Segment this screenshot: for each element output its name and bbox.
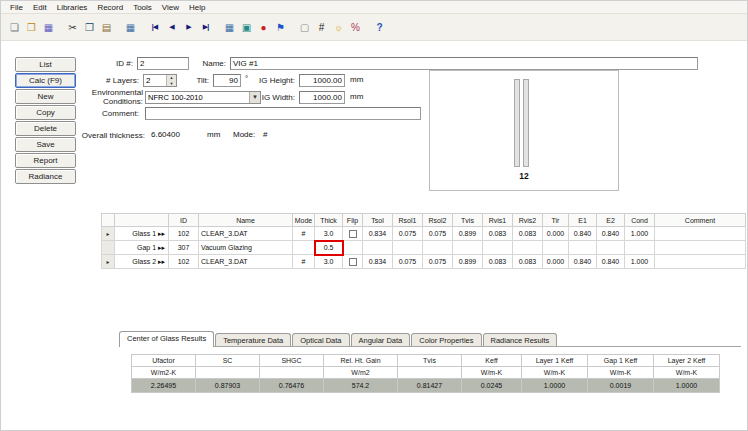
grid-cell-e2[interactable]: 0.840 (597, 227, 625, 241)
new-button[interactable]: New (15, 89, 76, 104)
grid-cell-tsol[interactable]: 0.834 (363, 255, 393, 269)
new-icon[interactable]: ❏ (6, 18, 23, 36)
grid-cell-rvis2[interactable]: 0.083 (513, 255, 543, 269)
grid-cell-e1[interactable] (569, 241, 597, 255)
sphere-icon[interactable]: ● (255, 18, 272, 36)
tab-center-of-glass-results[interactable]: Center of Glass Results (119, 331, 214, 347)
last-record-icon[interactable]: ▶| (197, 18, 214, 36)
grid-cell-rsol2[interactable]: 0.075 (423, 255, 453, 269)
grid-cell-rsol2[interactable] (423, 241, 453, 255)
stepper-down-icon[interactable]: ▼ (166, 81, 176, 87)
menu-help[interactable]: Help (184, 3, 210, 12)
hash-icon[interactable]: # (313, 18, 330, 36)
grid-cell-tvis[interactable] (453, 241, 483, 255)
grid-cell-cond[interactable] (625, 241, 655, 255)
grid-cell-tsol[interactable] (363, 241, 393, 255)
tab-optical-data[interactable]: Optical Data (292, 333, 349, 347)
help-icon[interactable]: ? (371, 18, 388, 36)
save-icon[interactable]: ▦ (40, 18, 57, 36)
first-record-icon[interactable]: |◀ (146, 18, 163, 36)
grid-cell-thick-highlighted[interactable]: 0.5 (315, 241, 343, 255)
report-button[interactable]: Report (15, 153, 76, 168)
copy-button[interactable]: Copy (15, 105, 76, 120)
calc-button[interactable]: Calc (F9) (15, 73, 76, 88)
grid-icon[interactable]: ▦ (122, 18, 139, 36)
flip-checkbox[interactable] (349, 258, 357, 266)
grid-cell-name[interactable]: CLEAR_3.DAT (199, 227, 293, 241)
row-label[interactable]: Gap 1 ▸▸ (115, 241, 169, 255)
grid-cell-e1[interactable]: 0.840 (569, 255, 597, 269)
name-field[interactable]: VIG #1 (230, 57, 698, 70)
grid-cell-tvis[interactable]: 0.899 (453, 255, 483, 269)
percent-icon[interactable]: % (347, 18, 364, 36)
grid-cell-mode[interactable]: # (293, 227, 315, 241)
grid-cell-thick[interactable]: 3.0 (315, 227, 343, 241)
grid-cell-rsol1[interactable]: 0.075 (393, 255, 423, 269)
list-button[interactable]: List (15, 57, 76, 72)
grid-cell-cond[interactable]: 1.000 (625, 227, 655, 241)
grid-cell-tvis[interactable]: 0.899 (453, 227, 483, 241)
grid-cell-rvis1[interactable]: 0.083 (483, 227, 513, 241)
paste-icon[interactable]: ▤ (98, 18, 115, 36)
open-icon[interactable]: ❒ (23, 18, 40, 36)
row-expander[interactable] (102, 241, 115, 255)
row-label[interactable]: Glass 2 ▸▸ (115, 255, 169, 269)
id-field[interactable]: 2 (137, 57, 189, 70)
grid-cell-rvis1[interactable] (483, 241, 513, 255)
grid-cell-tir[interactable] (543, 241, 569, 255)
grid-cell-name[interactable]: CLEAR_3.DAT (199, 255, 293, 269)
menu-libraries[interactable]: Libraries (52, 3, 93, 12)
prev-record-icon[interactable]: ◀ (163, 18, 180, 36)
tab-angular-data[interactable]: Angular Data (351, 333, 411, 347)
grid-cell-comment[interactable] (655, 241, 746, 255)
screen-icon[interactable]: ▣ (238, 18, 255, 36)
grid-cell-cond[interactable]: 1.000 (625, 255, 655, 269)
grid-cell-thick[interactable]: 3.0 (315, 255, 343, 269)
cut-icon[interactable]: ✂ (64, 18, 81, 36)
copy-icon[interactable]: ❐ (81, 18, 98, 36)
grid-cell-id[interactable]: 102 (169, 227, 199, 241)
row-expander[interactable]: ▸ (102, 255, 115, 269)
lamp-icon[interactable]: ☼ (330, 18, 347, 36)
menu-view[interactable]: View (157, 3, 184, 12)
layers-stepper[interactable]: 2 ▲ ▼ (143, 74, 177, 87)
grid-cell-rvis1[interactable]: 0.083 (483, 255, 513, 269)
grid-cell-tir[interactable]: 0.000 (543, 255, 569, 269)
menu-edit[interactable]: Edit (28, 3, 52, 12)
row-expander[interactable]: ▸ (102, 227, 115, 241)
grid-cell-e1[interactable]: 0.840 (569, 227, 597, 241)
grid-cell-rvis2[interactable] (513, 241, 543, 255)
grid-cell-e2[interactable] (597, 241, 625, 255)
flag-icon[interactable]: ⚑ (272, 18, 289, 36)
grid-cell-mode[interactable] (293, 241, 315, 255)
grid-cell-rsol1[interactable]: 0.075 (393, 227, 423, 241)
menu-tools[interactable]: Tools (128, 3, 157, 12)
grid-cell-mode[interactable]: # (293, 255, 315, 269)
ig-width-field[interactable]: 1000.00 (299, 91, 345, 104)
menu-file[interactable]: File (5, 3, 28, 12)
grid-cell-e2[interactable]: 0.840 (597, 255, 625, 269)
radiance-button[interactable]: Radiance (15, 169, 76, 184)
ig-height-field[interactable]: 1000.00 (299, 74, 345, 87)
menu-record[interactable]: Record (92, 3, 128, 12)
grid-cell-tsol[interactable]: 0.834 (363, 227, 393, 241)
grid-cell-tir[interactable]: 0.000 (543, 227, 569, 241)
grid-cell-rvis2[interactable]: 0.083 (513, 227, 543, 241)
environmental-conditions-select[interactable]: NFRC 100-2010 ▼ (145, 91, 261, 104)
tilt-field[interactable]: 90 (213, 74, 241, 87)
table-icon[interactable]: ▦ (221, 18, 238, 36)
grid-cell-id[interactable]: 307 (169, 241, 199, 255)
grid-cell-comment[interactable] (655, 227, 746, 241)
grid-cell-rsol1[interactable] (393, 241, 423, 255)
comment-field[interactable] (145, 107, 421, 120)
flip-checkbox[interactable] (349, 230, 357, 238)
tab-temperature-data[interactable]: Temperature Data (215, 333, 291, 347)
grid-cell-name[interactable]: Vacuum Glazing (199, 241, 293, 255)
next-record-icon[interactable]: ▶ (180, 18, 197, 36)
tab-color-properties[interactable]: Color Properties (411, 333, 481, 347)
grid-cell-id[interactable]: 102 (169, 255, 199, 269)
tab-radiance-results[interactable]: Radiance Results (483, 333, 558, 347)
grid-cell-comment[interactable] (655, 255, 746, 269)
row-label[interactable]: Glass 1 ▸▸ (115, 227, 169, 241)
grid-cell-rsol2[interactable]: 0.075 (423, 227, 453, 241)
